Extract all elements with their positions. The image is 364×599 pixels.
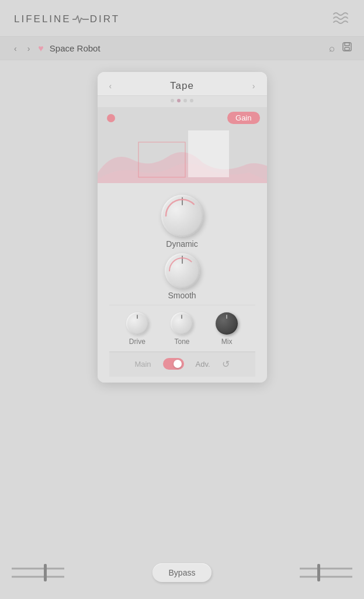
left-fader-group xyxy=(12,564,64,581)
svg-rect-1 xyxy=(345,43,349,46)
bottom-knobs-row: Drive Tone Mix xyxy=(109,305,255,352)
app-logo: LIFELINE DIRT xyxy=(14,13,120,25)
tape-dot-2 xyxy=(177,99,181,102)
tone-knob[interactable] xyxy=(171,312,193,335)
tape-dot-4 xyxy=(190,99,193,102)
header-wave-icon xyxy=(332,11,350,28)
search-icon[interactable]: ⌕ xyxy=(329,43,335,54)
main-background: LIFELINE DIRT ‹ › ♥ Space Robot ⌕ xyxy=(0,0,364,599)
plugin-panel: ‹ Tape › Gain xyxy=(98,72,267,383)
footer-tabs: Main Adv. ↺ xyxy=(109,352,255,377)
left-fader[interactable] xyxy=(12,564,64,581)
bypass-button[interactable]: Bypass xyxy=(152,563,212,582)
smooth-label: Smooth xyxy=(168,291,196,300)
controls-area: Dynamic Smooth Drive xyxy=(98,183,267,383)
tone-group: Tone xyxy=(171,312,193,346)
preset-name: Space Robot xyxy=(50,43,100,53)
tone-label: Tone xyxy=(174,338,189,346)
svg-rect-10 xyxy=(317,564,320,581)
tape-prev-button[interactable]: ‹ xyxy=(109,81,112,91)
main-tab[interactable]: Main xyxy=(134,360,151,369)
svg-rect-4 xyxy=(188,130,229,177)
gain-waveform xyxy=(98,125,267,183)
dynamic-knob[interactable] xyxy=(161,195,203,237)
tape-dots xyxy=(98,96,267,107)
right-fader[interactable] xyxy=(300,564,352,581)
toggle-thumb xyxy=(174,360,182,368)
nav-bar: ‹ › ♥ Space Robot ⌕ xyxy=(0,36,364,60)
app-header: LIFELINE DIRT xyxy=(0,0,364,36)
tape-title: Tape xyxy=(170,80,194,92)
nav-back-button[interactable]: ‹ xyxy=(12,43,19,54)
gain-indicator-dot xyxy=(107,114,115,122)
mix-group: Mix xyxy=(216,312,238,346)
logo-text: LIFELINE xyxy=(14,13,71,25)
nav-right: ⌕ xyxy=(329,42,352,55)
svg-rect-2 xyxy=(345,47,349,50)
save-icon[interactable] xyxy=(342,42,352,55)
tape-next-button[interactable]: › xyxy=(252,81,255,91)
nav-left: ‹ › ♥ Space Robot xyxy=(12,43,100,54)
mix-label: Mix xyxy=(221,338,233,346)
svg-rect-0 xyxy=(343,43,351,51)
drive-group: Drive xyxy=(126,312,148,346)
smooth-knob-section: Smooth xyxy=(109,253,255,300)
gain-area: Gain xyxy=(98,107,267,183)
logo-suffix: DIRT xyxy=(90,13,120,25)
tape-dot-1 xyxy=(171,99,174,102)
drive-label: Drive xyxy=(129,338,145,346)
tape-dot-3 xyxy=(183,99,187,102)
nav-forward-button[interactable]: › xyxy=(25,43,33,54)
content-area: ‹ Tape › Gain xyxy=(0,60,364,383)
bottom-area: Bypass xyxy=(0,546,364,599)
smooth-knob[interactable] xyxy=(165,253,200,288)
adv-tab[interactable]: Adv. xyxy=(196,360,210,369)
svg-rect-7 xyxy=(44,564,47,581)
drive-knob[interactable] xyxy=(126,312,148,335)
main-adv-toggle[interactable] xyxy=(163,358,184,370)
reset-button[interactable]: ↺ xyxy=(222,359,230,370)
logo-pulse-icon xyxy=(72,13,89,25)
dynamic-knob-section: Dynamic xyxy=(109,195,255,249)
dynamic-label: Dynamic xyxy=(166,239,197,249)
tape-header: ‹ Tape › xyxy=(98,72,267,96)
right-fader-group xyxy=(300,564,352,581)
mix-knob[interactable] xyxy=(216,312,238,335)
tab-toggle xyxy=(163,358,184,370)
favorite-icon[interactable]: ♥ xyxy=(38,43,44,54)
gain-badge[interactable]: Gain xyxy=(227,112,259,124)
